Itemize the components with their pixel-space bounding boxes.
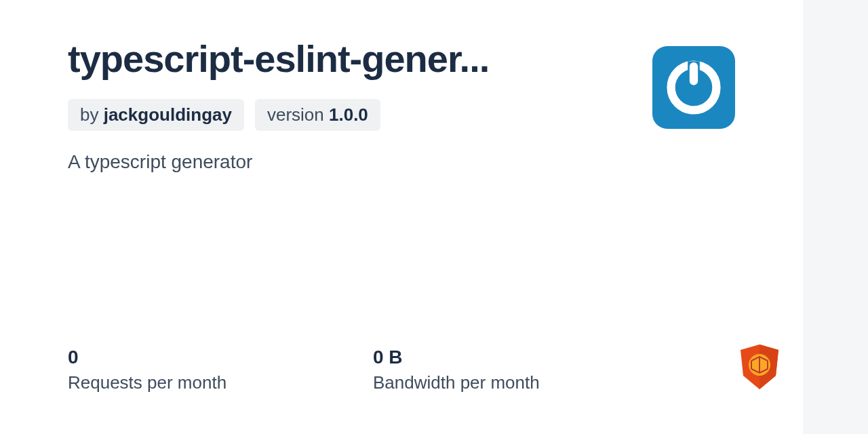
gravatar-icon	[664, 58, 724, 117]
badges-row: by jackgouldingay version 1.0.0	[68, 99, 625, 131]
shield-icon	[738, 343, 781, 391]
header-row: typescript-eslint-gener... by jackgouldi…	[68, 38, 735, 173]
stat-requests: 0 Requests per month	[68, 347, 373, 393]
author-avatar[interactable]	[652, 46, 735, 129]
bandwidth-value: 0 B	[373, 347, 678, 368]
package-title: typescript-eslint-gener...	[68, 38, 625, 80]
svg-rect-3	[690, 62, 698, 85]
stats-row: 0 Requests per month 0 B Bandwidth per m…	[68, 347, 678, 393]
version-number: 1.0.0	[329, 104, 368, 125]
side-strip	[803, 0, 868, 434]
author-name: jackgouldingay	[104, 104, 232, 125]
package-description: A typescript generator	[68, 151, 625, 173]
author-badge[interactable]: by jackgouldingay	[68, 99, 244, 131]
version-badge[interactable]: version 1.0.0	[255, 99, 380, 131]
main-content: typescript-eslint-gener... by jackgouldi…	[0, 0, 803, 173]
version-prefix: version	[267, 104, 329, 125]
requests-value: 0	[68, 347, 373, 368]
author-prefix: by	[80, 104, 104, 125]
stat-bandwidth: 0 B Bandwidth per month	[373, 347, 678, 393]
brand-logo	[738, 343, 781, 393]
bandwidth-label: Bandwidth per month	[373, 372, 678, 393]
requests-label: Requests per month	[68, 372, 373, 393]
